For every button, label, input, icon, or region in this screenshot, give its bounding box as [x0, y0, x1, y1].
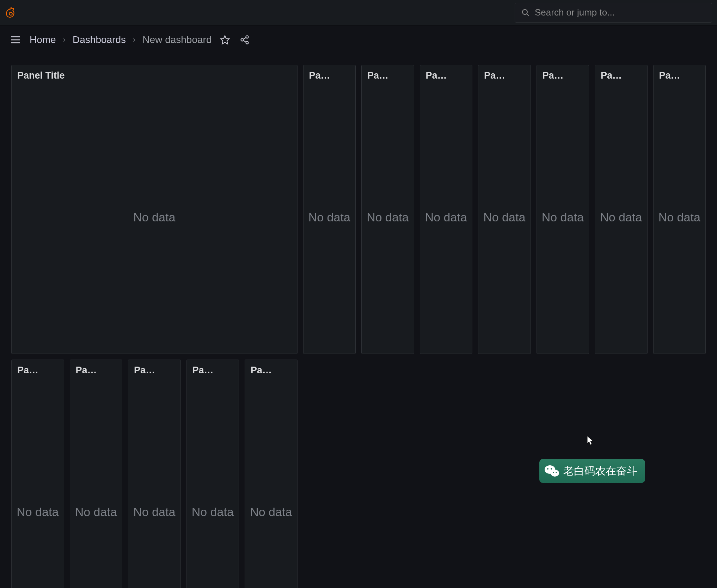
panel-title: Pa…	[245, 360, 297, 376]
search-placeholder: Search or jump to...	[535, 7, 615, 18]
svg-line-11	[244, 40, 246, 42]
svg-point-0	[9, 12, 12, 15]
panel-title: Pa…	[420, 65, 472, 81]
breadcrumb-dashboards[interactable]: Dashboards	[73, 34, 126, 45]
svg-point-14	[547, 468, 549, 470]
watermark-text: 老白码农在奋斗	[563, 464, 637, 478]
favorite-button[interactable]	[219, 33, 231, 46]
panel-title: Pa…	[595, 65, 647, 81]
panel-nodata: No data	[304, 81, 356, 354]
top-bar: Search or jump to...	[0, 0, 717, 25]
chevron-right-icon: ›	[63, 35, 66, 44]
svg-line-2	[527, 14, 529, 16]
wechat-watermark: 老白码农在奋斗	[539, 459, 645, 483]
panel-title: Pa…	[654, 65, 706, 81]
panel-title: Pa…	[128, 360, 180, 376]
panel-small[interactable]: Pa… No data	[420, 65, 473, 354]
panel-title: Pa…	[187, 360, 239, 376]
share-button[interactable]	[238, 33, 251, 46]
svg-marker-6	[221, 36, 229, 44]
grafana-logo[interactable]	[5, 6, 18, 19]
panel-nodata: No data	[245, 376, 297, 588]
share-icon	[240, 35, 250, 45]
panel-small[interactable]: Pa… No data	[303, 65, 356, 354]
svg-point-15	[551, 468, 552, 470]
breadcrumb-bar: Home › Dashboards › New dashboard	[0, 25, 717, 54]
panel-small[interactable]: Pa… No data	[653, 65, 706, 354]
panel-nodata: No data	[70, 376, 122, 588]
svg-point-16	[553, 472, 554, 473]
panel-nodata: No data	[537, 81, 589, 354]
panel-title: Pa…	[362, 65, 414, 81]
search-input[interactable]: Search or jump to...	[515, 3, 712, 23]
panel-nodata: No data	[12, 81, 297, 354]
breadcrumb: Home › Dashboards › New dashboard	[30, 34, 212, 45]
panel-small[interactable]: Pa… No data	[245, 360, 298, 588]
panel-small[interactable]: Pa… No data	[70, 360, 123, 588]
star-icon	[220, 35, 230, 45]
grafana-logo-icon	[5, 7, 17, 19]
menu-toggle[interactable]	[8, 33, 23, 47]
panel-title: Pa…	[70, 360, 122, 376]
panel-nodata: No data	[478, 81, 531, 354]
panel-nodata: No data	[362, 81, 414, 354]
panel-small[interactable]: Pa… No data	[128, 360, 181, 588]
panel-title: Pa…	[304, 65, 356, 81]
panel-nodata: No data	[128, 376, 180, 588]
panel-small[interactable]: Pa… No data	[537, 65, 589, 354]
panel-nodata: No data	[654, 81, 706, 354]
panel-small[interactable]: Pa… No data	[361, 65, 414, 354]
panel-small[interactable]: Pa… No data	[186, 360, 239, 588]
panel-nodata: No data	[12, 376, 64, 588]
svg-point-1	[522, 10, 527, 14]
svg-point-8	[241, 38, 244, 41]
svg-line-10	[244, 37, 246, 39]
panel-small[interactable]: Pa… No data	[595, 65, 648, 354]
panel-title: Panel Title	[12, 65, 297, 81]
chevron-right-icon: ›	[133, 35, 135, 44]
panel-nodata: No data	[420, 81, 472, 354]
panel-nodata: No data	[187, 376, 239, 588]
svg-point-13	[551, 470, 559, 477]
hamburger-icon	[10, 34, 22, 46]
panel-small[interactable]: Pa… No data	[11, 360, 64, 588]
dashboard-grid: Panel Title No data Pa… No data Pa… No d…	[0, 54, 717, 588]
svg-point-9	[246, 41, 249, 44]
svg-point-17	[556, 472, 557, 473]
panel-nodata: No data	[595, 81, 647, 354]
panel-title: Pa…	[478, 65, 531, 81]
panel-small[interactable]: Pa… No data	[478, 65, 531, 354]
search-icon	[521, 8, 530, 17]
panel-big[interactable]: Panel Title No data	[11, 65, 298, 354]
breadcrumb-current: New dashboard	[142, 34, 212, 45]
wechat-icon	[544, 463, 560, 479]
panel-title: Pa…	[12, 360, 64, 376]
breadcrumb-home[interactable]: Home	[30, 34, 56, 45]
panel-title: Pa…	[537, 65, 589, 81]
svg-point-7	[246, 36, 249, 38]
